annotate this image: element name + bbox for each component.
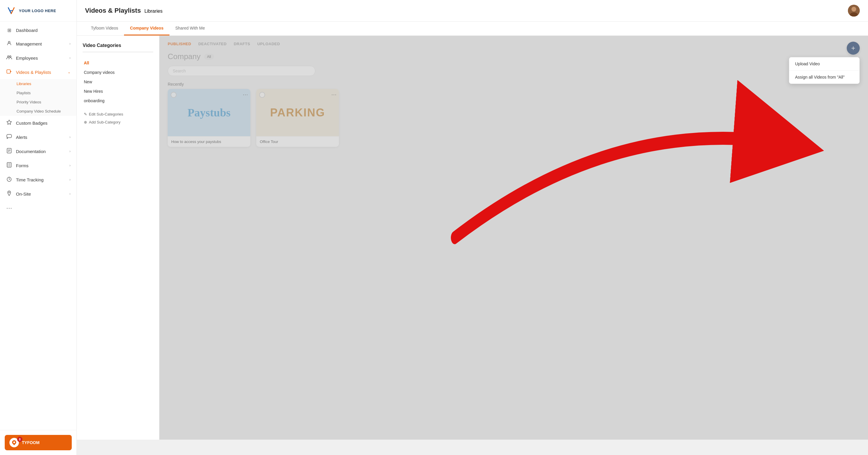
sidebar-item-label: Time Tracking [16,177,44,182]
category-new-hires[interactable]: New Hires [83,87,153,96]
sidebar: YOUR LOGO HERE ⊞ Dashboard Management › … [0,0,77,455]
category-company-videos[interactable]: Company videos [83,68,153,77]
sidebar-bottom: 8 TYFOOM [0,430,76,455]
tyfoom-icon-wrapper: 8 [9,438,19,447]
filter-deactivated[interactable]: DEACTIVATED [198,42,227,46]
svg-point-4 [8,56,9,57]
category-onboarding[interactable]: onboarding [83,96,153,106]
main-content: Videos & Playlists Libraries Tyfoom Vide… [77,0,868,455]
sidebar-item-alerts[interactable]: Alerts › [0,130,76,144]
category-new[interactable]: New [83,77,153,87]
tab-tyfoom-videos[interactable]: Tyfoom Videos [85,22,124,35]
sidebar-item-onsite[interactable]: On-Site › [0,187,76,201]
add-subcategory-label: Add Sub-Category [89,120,120,124]
chevron-icon: › [69,42,70,46]
video-title-paystubs: How to access your paystubs [168,136,250,147]
notification-badge: 8 [17,437,23,442]
tyfoom-label: TYFOOM [22,440,39,445]
svg-point-3 [8,41,10,43]
sidebar-subitem-company-schedule[interactable]: Company Video Schedule [0,107,76,116]
chevron-icon: › [69,149,70,153]
video-actions-parking[interactable]: ⋯ [331,91,337,98]
filter-drafts[interactable]: DRAFTS [234,42,250,46]
category-all[interactable]: All [83,58,153,68]
search-input[interactable] [168,66,315,76]
filter-published[interactable]: PUBLISHED [168,42,191,46]
sidebar-item-time-tracking[interactable]: Time Tracking › [0,173,76,187]
tabs-bar: Tyfoom Videos Company Videos Shared With… [77,22,868,36]
edit-subcategories-label: Edit Sub-Categories [89,112,123,116]
dashboard-icon: ⊞ [6,27,12,33]
sidebar-item-videos[interactable]: Videos & Playlists ⌄ [0,65,76,79]
edit-subcategories-button[interactable]: ✎ Edit Sub-Categories [83,110,153,118]
logo-text: YOUR LOGO HERE [19,8,56,13]
add-icon: ⊕ [84,120,87,124]
sidebar-subitem-playlists[interactable]: Playlists [0,88,76,97]
chevron-icon: › [69,56,70,60]
videos-sub-menu: Libraries Playlists Priority Videos Comp… [0,79,76,116]
header-title-area: Videos & Playlists Libraries [85,7,163,15]
filter-uploaded[interactable]: UPLOADED [257,42,280,46]
categories-panel: Video Categories All Company videos New … [77,36,159,439]
chevron-icon: ⌄ [68,70,70,74]
sidebar-item-label: Custom Badges [16,120,48,125]
page-header: Videos & Playlists Libraries [77,0,868,22]
filter-tabs: PUBLISHED DEACTIVATED DRAFTS UPLOADED [168,42,860,46]
chevron-icon: › [69,135,70,139]
tab-company-videos[interactable]: Company Videos [124,22,169,35]
company-header: Company All [168,52,860,61]
dropdown-menu: Upload Video Assign all Videos from "All… [789,57,860,84]
forms-icon [6,162,12,169]
edit-icon: ✎ [84,112,87,116]
sidebar-item-management[interactable]: Management › [0,37,76,51]
video-actions-paystubs[interactable]: ⋯ [243,91,248,98]
sidebar-subitem-priority-videos[interactable]: Priority Videos [0,97,76,107]
tab-shared-with-me[interactable]: Shared With Me [169,22,211,35]
add-subcategory-button[interactable]: ⊕ Add Sub-Category [83,118,153,126]
sidebar-item-label: Management [16,41,42,47]
svg-point-23 [8,192,10,193]
content-area: Video Categories All Company videos New … [77,36,868,455]
documentation-icon [6,148,12,155]
header-subtitle: Libraries [144,8,162,14]
sidebar-item-badges[interactable]: Custom Badges [0,116,76,130]
video-grid: Paystubs ⋯ How to access your paystubs P… [168,89,860,147]
onsite-icon [6,190,12,197]
add-video-button[interactable]: + [847,42,860,55]
sidebar-item-employees[interactable]: Employees › [0,51,76,65]
svg-point-25 [851,7,856,11]
video-thumb-paystubs: Paystubs ⋯ [168,89,250,136]
dropdown-assign-videos[interactable]: Assign all Videos from "All" [789,70,860,84]
sidebar-item-label: On-Site [16,192,31,197]
user-avatar[interactable] [848,5,860,17]
sidebar-subitem-libraries[interactable]: Libraries [0,79,76,88]
video-thumb-text-paystubs: Paystubs [187,106,230,119]
time-tracking-icon [6,176,12,183]
videos-panel: PUBLISHED DEACTIVATED DRAFTS UPLOADED Co… [159,36,868,439]
sidebar-item-more[interactable]: ⋯ [0,201,76,215]
company-badge[interactable]: All [204,54,214,60]
sidebar-item-label: Employees [16,56,38,61]
sidebar-item-dashboard[interactable]: ⊞ Dashboard [0,24,76,37]
more-icon: ⋯ [6,204,12,211]
employees-icon [6,54,12,61]
sidebar-item-forms[interactable]: Forms › [0,159,76,173]
tyfoom-button[interactable]: 8 TYFOOM [5,435,72,450]
dropdown-upload-video[interactable]: Upload Video [789,57,860,70]
logo-icon [6,5,17,16]
categories-title: Video Categories [83,43,153,52]
chevron-icon: › [69,163,70,168]
sidebar-navigation: ⊞ Dashboard Management › Employees › Vid… [0,22,76,430]
video-select-parking[interactable] [259,92,265,98]
sidebar-item-documentation[interactable]: Documentation › [0,144,76,159]
video-thumb-text-parking: PARKING [270,106,325,119]
svg-rect-6 [7,70,10,73]
logo-area[interactable]: YOUR LOGO HERE [0,0,76,22]
video-select-paystubs[interactable] [170,92,177,98]
badges-icon [6,119,12,126]
management-icon [6,40,12,47]
sidebar-item-label: Alerts [16,135,27,140]
add-icon: + [851,44,855,52]
video-thumb-parking: PARKING ⋯ [256,89,339,136]
content-body: Video Categories All Company videos New … [77,36,868,439]
